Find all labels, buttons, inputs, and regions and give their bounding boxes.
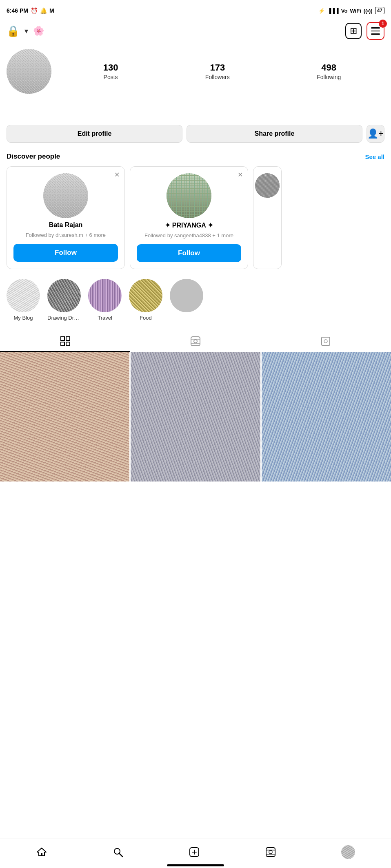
plus-icon: ⊞ bbox=[350, 26, 357, 36]
tab-grid[interactable] bbox=[0, 331, 130, 352]
bio-area bbox=[0, 97, 391, 121]
highlight-image-partial bbox=[170, 279, 203, 312]
profile-section: 130 Posts 173 Followers 498 Following bbox=[0, 42, 391, 97]
following-label: Following bbox=[317, 74, 341, 80]
svg-rect-3 bbox=[66, 342, 70, 346]
battery-icon: 47 bbox=[375, 7, 384, 14]
add-friend-button[interactable]: 👤+ bbox=[367, 125, 384, 143]
card-followed-by-2: Followed by sangeetha4838 + 1 more bbox=[144, 232, 233, 239]
highlight-image-1 bbox=[7, 279, 40, 312]
highlight-circle-1 bbox=[7, 279, 40, 312]
highlight-image-4 bbox=[129, 279, 162, 312]
top-nav: 🔒 ▾ 🌸 ⊞ 1 bbox=[0, 20, 391, 42]
discover-card-partial bbox=[253, 166, 282, 269]
discover-card: ✕ Bata Rajan Followed by dr.suresh.m + 6… bbox=[7, 166, 125, 269]
notification-badge: 1 bbox=[379, 20, 387, 28]
highlight-item[interactable]: Food bbox=[129, 279, 162, 321]
time-display: 6:46 PM bbox=[7, 7, 28, 14]
follow-button-1[interactable]: Follow bbox=[13, 244, 118, 262]
discover-title: Discover people bbox=[7, 152, 60, 161]
highlight-item[interactable]: Drawing Dreams bbox=[47, 279, 81, 321]
card-close-button[interactable]: ✕ bbox=[114, 171, 120, 179]
posts-stat[interactable]: 130 Posts bbox=[103, 62, 118, 80]
discover-section: Discover people See all ✕ Bata Rajan Fol… bbox=[0, 149, 391, 272]
reels-icon bbox=[190, 336, 201, 347]
see-all-button[interactable]: See all bbox=[365, 153, 384, 160]
bottom-nav bbox=[0, 839, 391, 868]
followers-count: 173 bbox=[210, 62, 225, 73]
svg-rect-8 bbox=[322, 337, 330, 345]
stats-row: 130 Posts 173 Followers 498 Following bbox=[60, 62, 384, 80]
grid-icon bbox=[60, 336, 71, 347]
discover-header: Discover people See all bbox=[7, 152, 384, 161]
highlight-item[interactable]: Travel bbox=[88, 279, 122, 321]
highlight-item-partial[interactable] bbox=[170, 279, 203, 321]
share-profile-button[interactable]: Share profile bbox=[187, 125, 362, 143]
svg-rect-2 bbox=[61, 342, 64, 346]
menu-button[interactable]: 1 bbox=[367, 22, 384, 40]
highlight-label-3: Travel bbox=[98, 315, 112, 321]
tab-tagged[interactable] bbox=[261, 331, 391, 352]
svg-rect-4 bbox=[191, 337, 200, 346]
status-left: 6:46 PM ⏰ 🔔 M bbox=[7, 7, 54, 14]
card-avatar-partial bbox=[255, 173, 280, 198]
highlight-label-2: Drawing Dreams bbox=[47, 315, 81, 321]
home-tab[interactable] bbox=[29, 843, 54, 861]
account-switcher-arrow[interactable]: ▾ bbox=[24, 27, 28, 35]
svg-point-16 bbox=[269, 850, 272, 854]
photo-cell[interactable] bbox=[131, 352, 260, 481]
top-nav-left: 🔒 ▾ 🌸 bbox=[7, 25, 44, 38]
create-tab[interactable] bbox=[182, 843, 207, 861]
card-close-button-2[interactable]: ✕ bbox=[238, 171, 243, 179]
card-avatar-2 bbox=[167, 173, 211, 218]
signal-icon: ▐▐▐ bbox=[327, 8, 339, 14]
profile-avatar[interactable] bbox=[7, 49, 51, 94]
new-post-button[interactable]: ⊞ bbox=[345, 23, 362, 39]
highlight-item[interactable]: My Blog bbox=[7, 279, 40, 321]
card-avatar-image-2 bbox=[167, 173, 211, 218]
nav-icon: 🔔 bbox=[40, 7, 47, 14]
search-tab[interactable] bbox=[106, 843, 130, 861]
photo-image bbox=[131, 352, 260, 481]
home-indicator bbox=[167, 864, 224, 866]
photo-image bbox=[0, 352, 129, 481]
maps-icon: M bbox=[49, 7, 54, 14]
reels-tab[interactable] bbox=[258, 843, 283, 861]
highlight-circle-2 bbox=[47, 279, 81, 312]
posts-label: Posts bbox=[104, 74, 118, 80]
card-followed-by-1: Followed by dr.suresh.m + 6 more bbox=[26, 232, 106, 238]
reels-nav-icon bbox=[265, 846, 276, 858]
lock-icon: 🔒 bbox=[7, 25, 20, 38]
posts-count: 130 bbox=[103, 62, 118, 73]
highlights-section: My Blog Drawing Dreams Travel Food bbox=[0, 272, 391, 327]
hamburger-icon bbox=[371, 27, 380, 35]
profile-tab[interactable] bbox=[335, 842, 362, 862]
discover-cards: ✕ Bata Rajan Followed by dr.suresh.m + 6… bbox=[7, 166, 384, 269]
edit-profile-button[interactable]: Edit profile bbox=[7, 125, 182, 143]
alarm-icon: ⏰ bbox=[31, 7, 38, 14]
svg-rect-0 bbox=[61, 337, 64, 340]
highlight-circle-4 bbox=[129, 279, 162, 312]
story-icon[interactable]: 🌸 bbox=[33, 26, 44, 36]
highlight-circle-3 bbox=[88, 279, 122, 312]
follow-button-2[interactable]: Follow bbox=[137, 244, 241, 262]
card-avatar-1 bbox=[43, 173, 88, 218]
card-avatar-image-partial bbox=[255, 173, 280, 198]
followers-stat[interactable]: 173 Followers bbox=[205, 62, 230, 80]
tagged-icon bbox=[320, 336, 331, 347]
followers-label: Followers bbox=[205, 74, 230, 80]
wifi-bar-icon: ((•)) bbox=[364, 8, 373, 14]
content-tabs bbox=[0, 331, 391, 352]
svg-line-11 bbox=[119, 853, 122, 857]
photo-cell[interactable] bbox=[262, 352, 391, 481]
top-nav-right: ⊞ 1 bbox=[345, 22, 384, 40]
profile-nav-avatar-image bbox=[341, 845, 355, 859]
avatar-image bbox=[7, 49, 51, 94]
following-stat[interactable]: 498 Following bbox=[317, 62, 341, 80]
tab-reels[interactable] bbox=[130, 331, 260, 352]
card-name-1: Bata Rajan bbox=[49, 221, 83, 229]
svg-point-9 bbox=[324, 340, 327, 343]
status-right: ⚡ ▐▐▐ Vo WiFi ((•)) 47 bbox=[318, 7, 384, 14]
photo-cell[interactable] bbox=[0, 352, 129, 481]
status-bar: 6:46 PM ⏰ 🔔 M ⚡ ▐▐▐ Vo WiFi ((•)) 47 bbox=[0, 0, 391, 20]
